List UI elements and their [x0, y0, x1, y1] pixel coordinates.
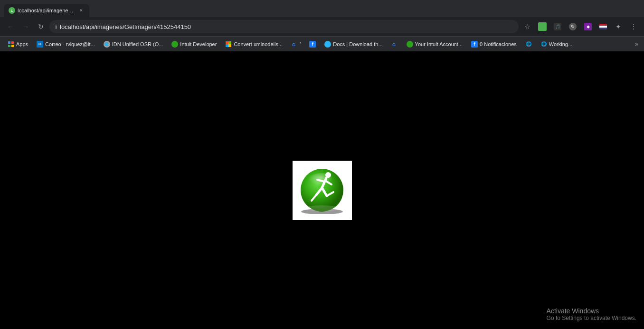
bookmark-docs-label: Docs | Download th... — [333, 41, 382, 47]
toolbar-icons: ☆ 🎵 ↻ ◆ — [521, 20, 640, 33]
tab-favicon: L — [9, 7, 15, 14]
google2-favicon: G — [391, 41, 398, 48]
google-favicon: G — [291, 41, 298, 48]
image-display — [293, 161, 352, 220]
idn-favicon: 🌐 — [104, 41, 110, 48]
activate-windows-subtitle: Go to Settings to activate Windows. — [547, 315, 636, 321]
tab-title: localhost/api/imagenes/GetImagen/4152544… — [18, 8, 76, 13]
chrome-menu-button[interactable]: ⋮ — [627, 20, 640, 33]
active-tab[interactable]: L localhost/api/imagenes/GetImagen/41525… — [4, 4, 89, 17]
address-input[interactable] — [60, 23, 513, 30]
bookmark-apps[interactable]: Apps — [4, 39, 32, 49]
running-icon — [298, 166, 346, 214]
bookmark-correo-label: Correo - rviquez@it... — [45, 41, 95, 47]
fb-favicon: f — [309, 41, 316, 48]
globe-favicon: 🌐 — [525, 41, 532, 48]
svg-rect-3 — [11, 45, 14, 47]
forward-button[interactable]: → — [19, 20, 32, 33]
security-icon: ℹ — [55, 24, 57, 30]
fb2-favicon: f — [471, 41, 478, 48]
ext-refresh-icon[interactable]: ↻ — [566, 20, 579, 33]
ext-star-icon[interactable]: ✦ — [612, 20, 625, 33]
bookmark-fb-notif[interactable]: f 0 Notificaciones — [467, 39, 521, 49]
bookmark-google2[interactable]: G — [388, 39, 402, 49]
bookmark-fb-notif-label: 0 Notificaciones — [480, 41, 517, 47]
bookmark-idn-label: IDN Unified OSR (O... — [112, 41, 163, 47]
bookmark-convert[interactable]: Convert xmlnodelis... — [221, 39, 286, 49]
svg-rect-7 — [228, 44, 231, 47]
browser-chrome: L localhost/api/imagenes/GetImagen/41525… — [0, 0, 644, 51]
bookmark-correo[interactable]: O Correo - rviquez@it... — [33, 39, 99, 49]
ext-green-icon[interactable] — [536, 20, 549, 33]
svg-rect-1 — [11, 41, 14, 44]
bookmarks-more-button[interactable]: » — [633, 39, 640, 49]
docs-favicon — [324, 41, 331, 48]
svg-rect-5 — [228, 41, 231, 44]
bookmark-intuit-acc-label: Your Intuit Account... — [415, 41, 463, 47]
ext-black-icon[interactable]: 🎵 — [551, 20, 564, 33]
bookmark-star-button[interactable]: ☆ — [521, 20, 534, 33]
svg-rect-0 — [8, 41, 10, 44]
activate-windows-title: Activate Windows — [547, 307, 636, 315]
svg-point-21 — [304, 205, 340, 211]
ext-flag-icon[interactable] — [597, 20, 610, 33]
ext-purple-icon[interactable]: ◆ — [581, 20, 595, 33]
working-favicon: 🌐 — [540, 41, 547, 48]
tab-bar: L localhost/api/imagenes/GetImagen/41525… — [0, 0, 644, 17]
convert-favicon — [225, 41, 232, 48]
bookmark-idn[interactable]: 🌐 IDN Unified OSR (O... — [100, 39, 167, 49]
bookmark-intuit-account[interactable]: Your Intuit Account... — [403, 39, 467, 49]
bookmark-docs[interactable]: Docs | Download th... — [321, 39, 386, 49]
svg-rect-4 — [226, 41, 228, 44]
bookmark-apps-label: Apps — [16, 41, 28, 47]
bookmarks-bar: Apps O Correo - rviquez@it... 🌐 IDN Unif… — [0, 36, 644, 51]
tab-close-btn[interactable]: ✕ — [78, 7, 85, 14]
bookmark-facebook[interactable]: f — [305, 39, 320, 49]
apps-favicon — [8, 41, 14, 48]
bookmark-google[interactable]: G ' — [287, 39, 304, 49]
bookmark-google-label: ' — [300, 41, 301, 47]
toolbar: ← → ↻ ℹ ☆ 🎵 ↻ — [0, 17, 644, 36]
bookmark-intuit-label: Intuit Developer — [180, 41, 217, 47]
activate-windows-watermark: Activate Windows Go to Settings to activ… — [547, 307, 636, 321]
reload-button[interactable]: ↻ — [34, 20, 47, 33]
intuit-acc-favicon — [407, 41, 413, 48]
bookmark-working[interactable]: 🌐 Working... — [537, 39, 576, 49]
back-button[interactable]: ← — [4, 20, 17, 33]
svg-rect-6 — [226, 44, 228, 47]
page-content: Activate Windows Go to Settings to activ… — [0, 51, 644, 329]
correo-favicon: O — [37, 41, 43, 48]
bookmark-intuit[interactable]: Intuit Developer — [168, 39, 220, 49]
bookmark-globe[interactable]: 🌐 — [521, 39, 536, 49]
address-bar[interactable]: ℹ — [49, 20, 519, 33]
svg-text:G: G — [392, 42, 396, 47]
bookmark-working-label: Working... — [549, 41, 572, 47]
intuit-favicon — [171, 41, 178, 48]
svg-rect-2 — [8, 45, 10, 47]
bookmark-convert-label: Convert xmlnodelis... — [234, 41, 283, 47]
svg-text:G: G — [292, 42, 295, 47]
